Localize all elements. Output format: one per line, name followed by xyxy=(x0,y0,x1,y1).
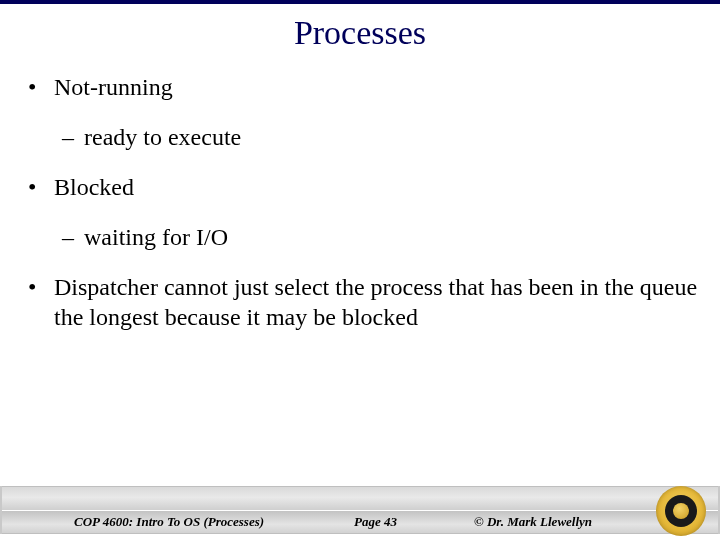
slide-title: Processes xyxy=(0,14,720,52)
bullet-dash-icon: – xyxy=(62,222,84,252)
bullet-text: Blocked xyxy=(54,172,700,202)
bullet-dot-icon: • xyxy=(28,172,54,202)
logo-inner xyxy=(665,495,697,527)
footer-top-strip xyxy=(2,486,718,510)
footer-bottom-strip: COP 4600: Intro To OS (Processes) Page 4… xyxy=(2,510,718,535)
footer-author: © Dr. Mark Llewellyn xyxy=(474,514,592,530)
footer: COP 4600: Intro To OS (Processes) Page 4… xyxy=(2,486,718,534)
top-rule xyxy=(0,0,720,4)
footer-page: Page 43 xyxy=(354,514,397,530)
slide-content: • Not-running – ready to execute • Block… xyxy=(28,72,700,352)
bullet-text: Dispatcher cannot just select the proces… xyxy=(54,272,700,332)
subbullet-waiting-io: – waiting for I/O xyxy=(62,222,700,252)
footer-frame-left xyxy=(0,486,2,534)
bullet-dispatcher: • Dispatcher cannot just select the proc… xyxy=(28,272,700,332)
bullet-text: waiting for I/O xyxy=(84,222,700,252)
bullet-blocked: • Blocked xyxy=(28,172,700,202)
bullet-not-running: • Not-running xyxy=(28,72,700,102)
logo-disc xyxy=(656,486,706,536)
bullet-dash-icon: – xyxy=(62,122,84,152)
bullet-text: Not-running xyxy=(54,72,700,102)
pegasus-icon xyxy=(673,503,689,519)
bullet-dot-icon: • xyxy=(28,72,54,102)
footer-course: COP 4600: Intro To OS (Processes) xyxy=(74,514,264,530)
ucf-pegasus-logo xyxy=(656,486,706,536)
bullet-text: ready to execute xyxy=(84,122,700,152)
subbullet-ready: – ready to execute xyxy=(62,122,700,152)
bullet-dot-icon: • xyxy=(28,272,54,302)
